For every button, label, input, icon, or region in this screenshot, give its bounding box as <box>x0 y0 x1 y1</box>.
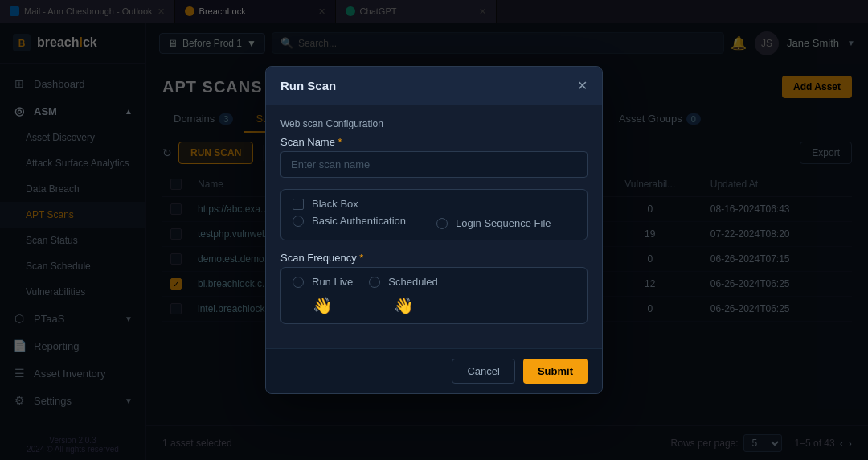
run-live-label: Run Live <box>312 276 353 288</box>
scan-name-input[interactable] <box>280 151 588 178</box>
frequency-options-box: Run Live 👋 Scheduled 👋 <box>280 267 588 324</box>
run-live-radio[interactable] <box>293 277 304 288</box>
scan-options-box: Black Box Basic Authentication Login Seq… <box>280 189 588 240</box>
basic-auth-label: Basic Authentication <box>312 215 406 227</box>
scan-frequency-label: Scan Frequency * <box>280 252 363 264</box>
black-box-checkbox[interactable] <box>293 199 304 210</box>
auth-options-grid: Basic Authentication Login Sequence File <box>293 215 575 232</box>
modal-title: Run Scan <box>280 79 336 92</box>
black-box-label: Black Box <box>312 198 358 210</box>
submit-button[interactable]: Submit <box>523 359 588 384</box>
option-row-run-live: Run Live <box>293 276 353 288</box>
option-row-black-box: Black Box <box>293 198 575 210</box>
modal-footer: Cancel Submit <box>266 348 602 393</box>
option-row-scheduled: Scheduled <box>369 276 437 288</box>
modal-close-button[interactable]: ✕ <box>577 78 588 93</box>
option-row-basic-auth: Basic Authentication <box>293 215 432 227</box>
scan-name-label: Scan Name * <box>280 136 342 148</box>
scheduled-label: Scheduled <box>388 276 437 288</box>
scheduled-radio[interactable] <box>369 277 380 288</box>
scheduled-hand-icon: 👋 <box>394 296 414 315</box>
modal-section-label: Web scan Configuration <box>280 118 588 129</box>
option-row-login-sequence: Login Sequence File <box>436 215 575 232</box>
basic-auth-radio[interactable] <box>293 216 304 227</box>
modal-overlay: Run Scan ✕ Web scan Configuration Scan N… <box>0 0 868 460</box>
login-sequence-radio[interactable] <box>436 218 448 229</box>
modal-header: Run Scan ✕ <box>266 67 602 105</box>
run-scan-modal: Run Scan ✕ Web scan Configuration Scan N… <box>265 66 603 394</box>
login-sequence-label: Login Sequence File <box>456 217 551 229</box>
modal-body: Web scan Configuration Scan Name * Black… <box>266 105 602 348</box>
run-live-hand-icon: 👋 <box>313 296 333 315</box>
cancel-button[interactable]: Cancel <box>452 359 514 384</box>
